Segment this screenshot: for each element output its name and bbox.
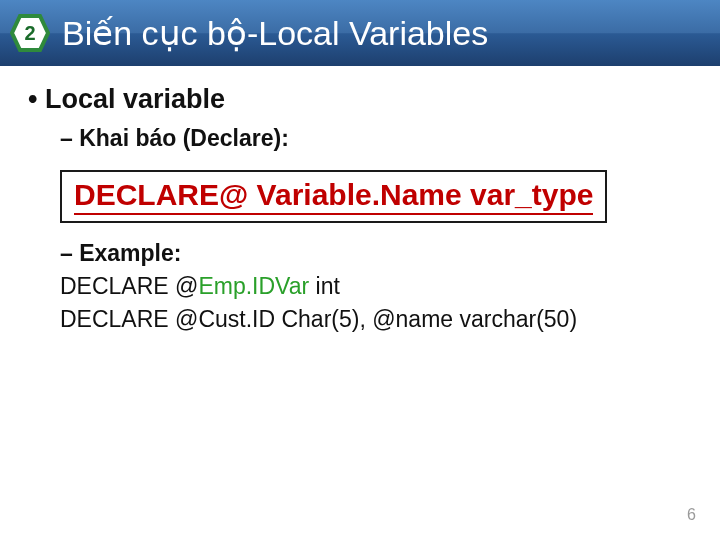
content-area: Local variable Khai báo (Declare): DECLA…: [0, 66, 720, 337]
syntax-text: DECLARE@ Variable.Name var_type: [74, 178, 593, 215]
highlight-text: Emp.IDVar: [198, 273, 309, 299]
slide-title: Biến cục bộ-Local Variables: [62, 13, 488, 53]
example-line-1: DECLARE @Emp.IDVar int: [60, 270, 692, 303]
title-bar: 2 Biến cục bộ-Local Variables: [0, 0, 720, 66]
bullet-level1: Local variable: [28, 84, 692, 115]
syntax-box: DECLARE@ Variable.Name var_type: [60, 170, 607, 223]
example-line-2: DECLARE @Cust.ID Char(5), @name varchar(…: [60, 303, 692, 336]
hexagon-badge: 2: [10, 13, 50, 53]
example-label: Example:: [60, 237, 692, 270]
page-number: 6: [687, 506, 696, 524]
badge-number: 2: [24, 22, 35, 45]
bullet-declare: Khai báo (Declare):: [60, 125, 692, 152]
slide: 2 Biến cục bộ-Local Variables Local vari…: [0, 0, 720, 540]
